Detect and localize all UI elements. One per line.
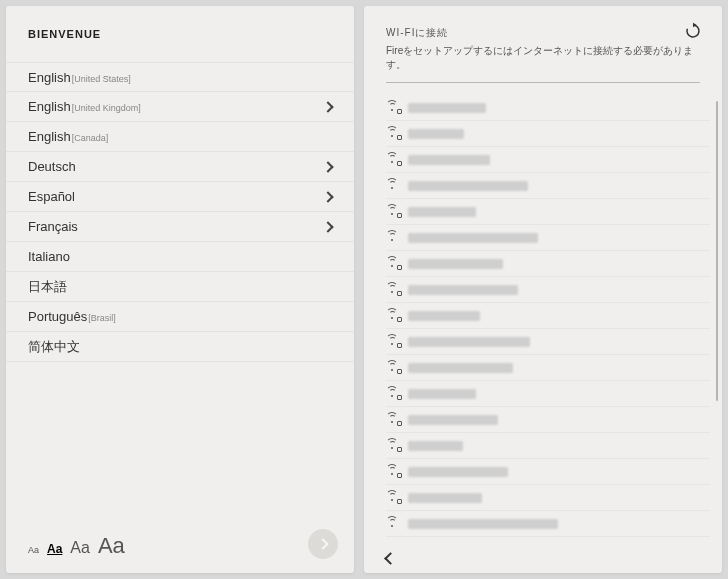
wifi-title: WI-FIに接続	[386, 26, 700, 40]
chevron-right-icon	[322, 221, 333, 232]
language-name: Français	[28, 219, 78, 234]
wifi-network-name	[408, 181, 528, 191]
language-name: Italiano	[28, 249, 70, 264]
language-region: [United States]	[72, 74, 131, 84]
language-label: English[United Kingdom]	[28, 99, 141, 114]
wifi-panel: WI-FIに接続 Fireをセットアップするにはインターネットに接続する必要があ…	[364, 6, 722, 573]
wifi-icon	[386, 233, 398, 243]
wifi-network-name	[408, 311, 480, 321]
language-item[interactable]: English[Canada]	[6, 122, 354, 152]
language-item[interactable]: 日本語	[6, 272, 354, 302]
language-region: [Canada]	[72, 133, 109, 143]
wifi-network-name	[408, 155, 490, 165]
language-name: Português	[28, 309, 87, 324]
wifi-network-name	[408, 233, 538, 243]
wifi-network-name	[408, 519, 558, 529]
right-footer	[364, 548, 722, 573]
language-item[interactable]: Italiano	[6, 242, 354, 272]
font-size-selector[interactable]: Aa Aa Aa Aa	[28, 533, 125, 559]
language-name: English	[28, 129, 71, 144]
language-item[interactable]: Deutsch	[6, 152, 354, 182]
language-name: 简体中文	[28, 339, 80, 354]
font-size-md[interactable]: Aa	[70, 539, 90, 557]
wifi-network-name	[408, 337, 530, 347]
wifi-network-name	[408, 493, 482, 503]
wifi-network-item[interactable]	[386, 303, 710, 329]
language-label: 简体中文	[28, 338, 80, 356]
language-name: Deutsch	[28, 159, 76, 174]
wifi-network-item[interactable]	[386, 511, 710, 537]
wifi-network-list	[364, 91, 722, 548]
wifi-network-name	[408, 389, 476, 399]
chevron-right-icon	[322, 161, 333, 172]
wifi-locked-icon	[386, 337, 398, 347]
font-size-xs[interactable]: Aa	[28, 545, 39, 555]
wifi-network-name	[408, 415, 498, 425]
wifi-network-item[interactable]	[386, 225, 710, 251]
welcome-title: BIENVENUE	[6, 6, 354, 48]
wifi-network-item[interactable]	[386, 251, 710, 277]
font-size-sm[interactable]: Aa	[47, 542, 62, 556]
language-item[interactable]: Español	[6, 182, 354, 212]
wifi-network-item[interactable]	[386, 199, 710, 225]
wifi-network-name	[408, 441, 463, 451]
wifi-locked-icon	[386, 415, 398, 425]
wifi-network-item[interactable]	[386, 485, 710, 511]
language-name: 日本語	[28, 279, 67, 294]
wifi-network-item[interactable]	[386, 433, 710, 459]
refresh-icon	[684, 22, 702, 40]
next-button[interactable]	[308, 529, 338, 559]
chevron-right-icon	[322, 191, 333, 202]
wifi-locked-icon	[386, 207, 398, 217]
chevron-right-icon	[322, 101, 333, 112]
wifi-network-item[interactable]	[386, 407, 710, 433]
wifi-network-item[interactable]	[386, 147, 710, 173]
wifi-locked-icon	[386, 467, 398, 477]
wifi-network-name	[408, 363, 513, 373]
wifi-network-name	[408, 259, 503, 269]
wifi-network-item[interactable]	[386, 173, 710, 199]
language-label: Italiano	[28, 249, 70, 264]
wifi-network-item[interactable]	[386, 95, 710, 121]
back-button[interactable]	[384, 552, 397, 565]
language-item[interactable]: 简体中文	[6, 332, 354, 362]
language-item[interactable]: Português[Brasil]	[6, 302, 354, 332]
wifi-locked-icon	[386, 389, 398, 399]
language-name: Español	[28, 189, 75, 204]
wifi-header: WI-FIに接続 Fireをセットアップするにはインターネットに接続する必要があ…	[364, 6, 722, 91]
wifi-locked-icon	[386, 129, 398, 139]
wifi-locked-icon	[386, 155, 398, 165]
language-select-panel: BIENVENUE English[United States]English[…	[6, 6, 354, 573]
wifi-icon	[386, 519, 398, 529]
wifi-network-name	[408, 285, 518, 295]
wifi-network-item[interactable]	[386, 381, 710, 407]
wifi-network-item[interactable]	[386, 459, 710, 485]
language-list: English[United States]English[United Kin…	[6, 48, 354, 519]
language-item[interactable]: Français	[6, 212, 354, 242]
language-region: [United Kingdom]	[72, 103, 141, 113]
language-label: Español	[28, 189, 75, 204]
wifi-locked-icon	[386, 363, 398, 373]
left-footer: Aa Aa Aa Aa	[6, 519, 354, 573]
wifi-icon	[386, 181, 398, 191]
wifi-locked-icon	[386, 311, 398, 321]
font-size-lg[interactable]: Aa	[98, 533, 125, 559]
language-name: English	[28, 70, 71, 85]
wifi-network-item[interactable]	[386, 277, 710, 303]
language-name: English	[28, 99, 71, 114]
language-label: English[United States]	[28, 70, 131, 85]
refresh-button[interactable]	[684, 22, 702, 40]
wifi-network-name	[408, 129, 464, 139]
scrollbar[interactable]	[716, 101, 718, 401]
wifi-network-item[interactable]	[386, 329, 710, 355]
language-region: [Brasil]	[88, 313, 116, 323]
wifi-network-name	[408, 207, 476, 217]
language-item[interactable]: English[United Kingdom]	[6, 92, 354, 122]
language-label: Français	[28, 219, 78, 234]
wifi-locked-icon	[386, 493, 398, 503]
wifi-network-item[interactable]	[386, 121, 710, 147]
language-label: English[Canada]	[28, 129, 108, 144]
chevron-right-icon	[317, 538, 328, 549]
wifi-network-item[interactable]	[386, 355, 710, 381]
language-item[interactable]: English[United States]	[6, 62, 354, 92]
